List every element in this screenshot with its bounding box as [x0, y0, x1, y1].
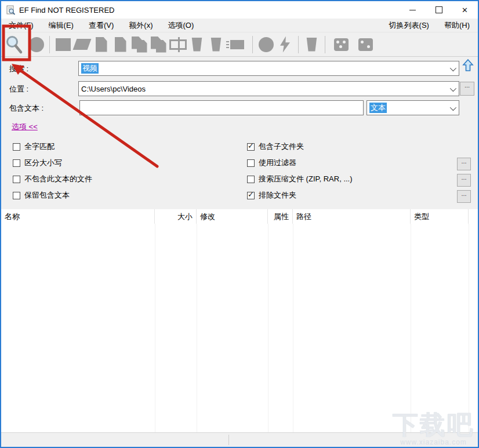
maximize-icon	[436, 6, 442, 13]
minimize-button[interactable]	[400, 1, 426, 19]
checkbox-row: ✓ 排除文件夹	[247, 190, 296, 201]
menu-extras[interactable]: 额外(x)	[121, 19, 160, 32]
location-value: C:\Users\pc\Videos	[81, 85, 146, 93]
contains-type-value: 文本	[369, 103, 387, 113]
filter-browse-button[interactable]: ...	[457, 158, 471, 170]
rename-glyph	[169, 39, 187, 50]
column-divider	[155, 224, 155, 434]
record-circle-glyph	[259, 37, 274, 52]
check-icon: ✓	[248, 141, 254, 150]
status-bar-divider	[228, 435, 229, 445]
random-dice-glyph	[334, 38, 349, 51]
column-header-name[interactable]: 名称	[1, 209, 155, 224]
toolbar-separator	[325, 36, 325, 53]
move-file-icon[interactable]	[130, 33, 149, 56]
new-search-glyph	[56, 38, 71, 51]
delete-icon[interactable]	[187, 33, 206, 56]
column-header-attributes[interactable]: 属性	[268, 209, 293, 224]
view-file-glyph	[96, 37, 107, 52]
column-header-size[interactable]: 大小	[155, 209, 197, 224]
random-off-icon[interactable]	[353, 33, 378, 56]
trash-glyph	[306, 38, 318, 52]
results-table-header: 名称 大小 修改 属性 路径 类型	[1, 209, 478, 224]
column-divider	[197, 224, 197, 434]
close-icon: ✕	[462, 6, 468, 14]
menu-file[interactable]: 文件(F)	[1, 19, 41, 32]
checkbox-row: 搜索压缩文件 (ZIP, RAR, ...)	[247, 174, 353, 184]
random-off-dice-glyph	[358, 38, 373, 51]
column-divider	[411, 224, 411, 434]
checkbox-row: 不包含此文本的文件	[13, 174, 92, 184]
menu-bar: 文件(F) 编辑(E) 查看(V) 额外(x) 选项(O) 切换列表(S) 帮助…	[1, 19, 478, 32]
contains-text-input[interactable]	[79, 100, 364, 115]
minimize-icon	[409, 10, 416, 10]
menu-options[interactable]: 选项(O)	[160, 19, 201, 32]
delete-list-glyph	[210, 38, 222, 52]
location-combobox[interactable]: C:\Users\pc\Videos	[78, 81, 459, 96]
trash-icon[interactable]	[302, 33, 321, 56]
delete-list-icon[interactable]	[206, 33, 226, 56]
checkbox-files-not-containing[interactable]	[13, 176, 20, 183]
edit-search-icon[interactable]	[72, 33, 92, 56]
checkbox-case-sensitive[interactable]	[13, 159, 20, 167]
archives-browse-button[interactable]: ...	[457, 174, 471, 187]
options-toggle-link[interactable]: 选项 <<	[12, 122, 38, 132]
random-icon[interactable]	[329, 33, 353, 56]
checkbox-label: 搜索压缩文件 (ZIP, RAR, ...)	[259, 174, 353, 184]
checkbox-row: 保留包含文本	[13, 190, 70, 201]
stop-circle-glyph	[29, 37, 44, 52]
toolbar-separator	[49, 36, 50, 53]
window-controls: ✕	[400, 1, 478, 19]
checkbox-row: ✓ 包含子文件夹	[247, 141, 304, 152]
checkbox-label: 区分大小写	[24, 158, 62, 168]
search-icon[interactable]	[1, 33, 27, 56]
column-header-path[interactable]: 路径	[293, 209, 411, 224]
copy-file-icon[interactable]	[149, 33, 168, 56]
chevron-down-icon[interactable]	[450, 65, 456, 71]
new-search-icon[interactable]	[53, 33, 72, 56]
search-combobox[interactable]: 视频	[78, 61, 459, 76]
ef-find-window: EF Find NOT REGISTERED ✕ 文件(F) 编辑(E) 查看(…	[0, 0, 479, 448]
checkbox-label: 使用过滤器	[259, 158, 296, 168]
checkbox-whole-word[interactable]	[13, 143, 20, 151]
copy-file-glyph	[151, 37, 167, 53]
checkbox-label: 保留包含文本	[24, 190, 70, 201]
open-file-icon[interactable]	[111, 33, 130, 56]
checkbox-keep-contains-text[interactable]	[13, 192, 20, 199]
maximize-button[interactable]	[426, 1, 452, 19]
chevron-down-icon[interactable]	[450, 104, 456, 111]
rename-icon[interactable]	[168, 33, 187, 56]
view-file-icon[interactable]	[92, 33, 111, 56]
checkbox-label: 全字匹配	[24, 141, 55, 152]
edit-search-glyph	[73, 39, 92, 50]
column-divider	[268, 224, 268, 434]
move-file-glyph	[132, 37, 148, 53]
app-icon	[6, 5, 16, 15]
stop-icon[interactable]	[27, 33, 46, 56]
checkbox-row: 全字匹配	[13, 141, 55, 152]
menu-view[interactable]: 查看(V)	[81, 19, 121, 32]
location-browse-button[interactable]: ...	[460, 82, 474, 96]
close-button[interactable]: ✕	[452, 1, 478, 19]
chevron-down-icon[interactable]	[450, 85, 456, 92]
checkbox-use-filter[interactable]	[247, 159, 255, 167]
menu-help[interactable]: 帮助(H)	[437, 19, 478, 32]
toolbar	[1, 32, 478, 57]
checkbox-include-subfolders[interactable]: ✓	[247, 143, 255, 151]
menu-edit[interactable]: 编辑(E)	[41, 19, 81, 32]
location-label: 位置 :	[9, 84, 28, 94]
checkbox-search-archives[interactable]	[247, 176, 255, 183]
column-header-modified[interactable]: 修改	[197, 209, 268, 224]
flash-icon[interactable]	[275, 33, 295, 56]
contains-type-combobox[interactable]: 文本	[366, 100, 459, 115]
exclude-folders-browse-button[interactable]: ...	[457, 190, 471, 203]
list-view-icon[interactable]	[226, 33, 249, 56]
record-icon[interactable]	[256, 33, 275, 56]
results-table-body[interactable]	[1, 224, 478, 434]
column-header-type[interactable]: 类型	[411, 209, 469, 224]
up-arrow-icon[interactable]	[462, 59, 474, 72]
menu-switch-list[interactable]: 切换列表(S)	[382, 19, 437, 32]
list-view-glyph	[230, 40, 244, 49]
checkbox-exclude-folders[interactable]: ✓	[247, 192, 255, 199]
status-bar	[1, 432, 478, 447]
